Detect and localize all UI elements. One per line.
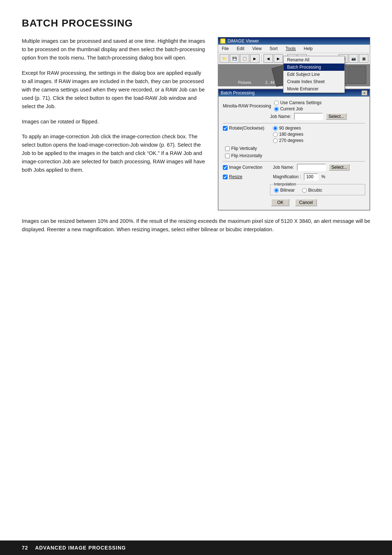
toolbar-btn-6[interactable]: ▶ <box>274 54 283 63</box>
radio-270-input[interactable] <box>273 138 278 143</box>
toolbar-btn-r3[interactable]: ▦ <box>359 54 368 63</box>
rotate-row: Rotate(Clockwise) 90 degrees 180 degrees <box>223 126 365 143</box>
flip-horizontally-row: Flip Horizontally <box>225 153 365 158</box>
radio-180: 180 degrees <box>273 132 303 137</box>
batch-processing-dialog: Batch Processing × Minolta-RAW Processin… <box>218 89 370 211</box>
job-name-label-2: Job Name: <box>273 165 294 170</box>
radio-bicubic: Bicubic <box>302 188 322 193</box>
image-correction-checkbox[interactable] <box>223 165 228 170</box>
radio-270-label: 270 degrees <box>279 138 303 143</box>
cancel-button[interactable]: Cancel <box>295 199 317 206</box>
radio-current-job: Current Job <box>274 106 322 111</box>
paragraph-1: Multiple images can be processed and sav… <box>22 37 207 62</box>
paragraph-2: Except for RAW processing, the settings … <box>22 69 207 111</box>
rotate-checkbox[interactable] <box>223 126 228 131</box>
footer-page-number: 72 <box>22 545 28 551</box>
raw-label: Minolta-RAW Processing <box>223 103 271 109</box>
image-correction-job-name-input[interactable] <box>297 164 326 171</box>
viewer-title-bar: 🖼 DiMAGE Viewer <box>218 37 370 45</box>
toolbar-btn-5[interactable]: ◀ <box>264 54 273 63</box>
radio-use-camera-label: Use Camera Settings <box>280 100 322 105</box>
ok-button[interactable]: OK <box>271 199 289 206</box>
radio-bilinear: Bilinear <box>274 188 295 193</box>
flip-vertically-checkbox[interactable] <box>225 146 230 151</box>
select-correction-button[interactable]: Select... <box>329 164 350 171</box>
radio-90-label: 90 degrees <box>279 126 301 131</box>
image-correction-label: Image Correction <box>229 165 262 170</box>
radio-current-job-label: Current Job <box>280 106 303 111</box>
resize-row: Resize Magnification : 100 % <box>223 173 365 180</box>
select-raw-button[interactable]: Select... <box>326 113 347 120</box>
thumbnail-4 <box>348 66 366 84</box>
batch-dialog-body: Minolta-RAW Processing Use Camera Settin… <box>219 97 369 210</box>
paragraph-5: Images can be resized between 10% and 20… <box>22 217 370 234</box>
menu-file[interactable]: File <box>220 45 230 52</box>
percent-sign: % <box>321 174 325 179</box>
viewer-menu-bar: File Edit View Sort Tools Help <box>218 45 370 53</box>
rotate-label: Rotate(Clockwise) <box>229 126 264 131</box>
separator-2 <box>223 161 365 162</box>
toolbar-btn-1[interactable]: 📁 <box>220 54 229 63</box>
resize-label: Resize <box>229 174 242 179</box>
rotate-label-col: Rotate(Clockwise) <box>223 126 270 131</box>
separator-1 <box>223 123 365 123</box>
menu-edit[interactable]: Edit <box>235 45 246 52</box>
radio-current-job-input[interactable] <box>274 107 279 111</box>
batch-dialog-title: Batch Processing <box>221 90 254 95</box>
toolbar-btn-2[interactable]: 💾 <box>230 54 239 63</box>
menu-batch-processing[interactable]: Batch Processing <box>283 64 344 71</box>
viewer-icon: 🖼 <box>220 38 225 44</box>
radio-bilinear-input[interactable] <box>274 188 279 193</box>
batch-close-button[interactable]: × <box>362 90 367 95</box>
interpolation-legend: Interpolation <box>274 182 296 186</box>
radio-90: 90 degrees <box>273 126 303 131</box>
job-name-row: Job Name: Select... <box>270 113 365 120</box>
menu-movie-enhancer[interactable]: Movie Enhancer <box>283 85 344 93</box>
viewer-title-text: DiMAGE Viewer <box>228 38 259 44</box>
toolbar-btn-3[interactable]: 📋 <box>240 54 249 63</box>
flip-vertically-row: Flip Vertically <box>225 146 365 151</box>
flip-vertically-label: Flip Vertically <box>231 146 257 151</box>
magnification-label: Magnification : <box>273 174 301 179</box>
radio-180-label: 180 degrees <box>279 132 303 137</box>
dialog-buttons: OK Cancel <box>223 199 365 206</box>
interpolation-options: Bilinear Bicubic <box>274 188 361 193</box>
radio-270: 270 degrees <box>273 138 303 143</box>
thumb-label-pictures: Pictures <box>238 81 251 85</box>
radio-90-input[interactable] <box>273 126 278 131</box>
footer-text: ADVANCED IMAGE PROCESSING <box>35 545 126 551</box>
paragraph-4: To apply an image-correction Job click t… <box>22 132 207 175</box>
flip-horizontally-checkbox[interactable] <box>225 154 230 158</box>
menu-view[interactable]: View <box>251 45 263 52</box>
resize-checkbox[interactable] <box>223 175 228 179</box>
interpolation-section: Interpolation Bilinear Bicubic <box>270 182 365 195</box>
job-name-label: Job Name: <box>270 114 291 119</box>
bicubic-label: Bicubic <box>308 188 322 193</box>
radio-180-input[interactable] <box>273 132 278 137</box>
radio-use-camera-input[interactable] <box>274 101 279 105</box>
menu-create-index-sheet[interactable]: Create Index Sheet <box>283 78 344 85</box>
menu-edit-subject-line[interactable]: Edit Subject Line <box>283 71 344 78</box>
menu-sort[interactable]: Sort <box>268 45 279 52</box>
magnification-input[interactable]: 100 <box>304 173 318 180</box>
rotate-options: 90 degrees 180 degrees 270 degrees <box>273 126 303 143</box>
raw-radio-group: Use Camera Settings Current Job <box>274 100 322 111</box>
toolbar-sep-1 <box>261 55 262 62</box>
toolbar-btn-r2[interactable]: 📷 <box>349 54 358 63</box>
toolbar-btn-4[interactable]: ▶ <box>250 54 260 63</box>
raw-processing-row: Minolta-RAW Processing Use Camera Settin… <box>223 100 365 111</box>
footer-bar: 72 ADVANCED IMAGE PROCESSING <box>0 540 392 555</box>
menu-tools[interactable]: Tools <box>284 45 297 52</box>
image-correction-row: Image Correction Job Name: Select... <box>223 164 365 171</box>
bilinear-label: Bilinear <box>280 188 295 193</box>
radio-use-camera: Use Camera Settings <box>274 100 322 105</box>
page-title: BATCH PROCESSING <box>22 17 370 29</box>
flip-horizontally-label: Flip Horizontally <box>231 153 262 158</box>
paragraph-3: Images can be rotated or flipped. <box>22 118 207 126</box>
menu-help[interactable]: Help <box>302 45 314 52</box>
job-name-input[interactable] <box>294 113 323 120</box>
dimage-viewer-window: 🖼 DiMAGE Viewer File Edit View Sort Tool… <box>218 37 370 86</box>
menu-rename-all[interactable]: Rename All <box>283 56 344 64</box>
radio-bicubic-input[interactable] <box>302 188 307 193</box>
tools-dropdown: Rename All Batch Processing Edit Subject… <box>283 56 345 93</box>
